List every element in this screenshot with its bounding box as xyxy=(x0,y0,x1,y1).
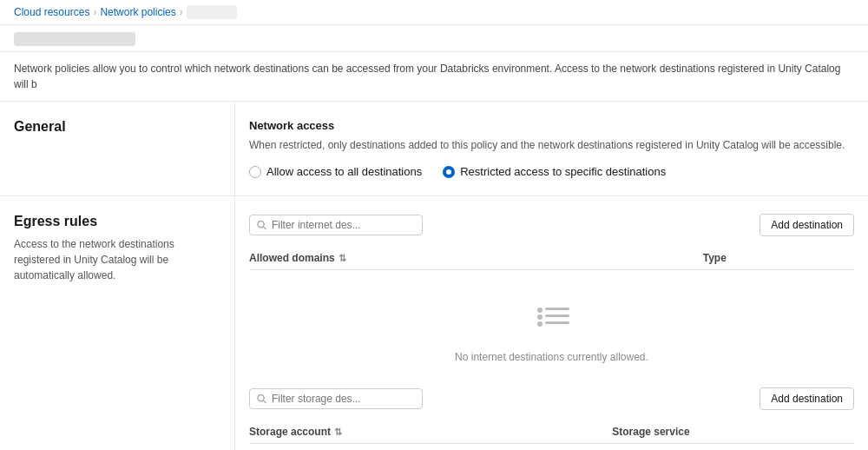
radio-restricted-label: Restricted access to specific destinatio… xyxy=(460,165,666,178)
general-right: Network access When restricted, only des… xyxy=(234,102,868,195)
radio-allow-all[interactable]: Allow access to all destinations xyxy=(249,165,422,178)
network-access-title: Network access xyxy=(249,119,854,132)
radio-all-label: Allow access to all destinations xyxy=(266,165,422,178)
svg-point-6 xyxy=(537,321,542,327)
svg-line-1 xyxy=(263,227,266,229)
egress-right: Add destination Allowed domains ⇅ Type xyxy=(234,196,868,450)
col-type: Type xyxy=(703,252,854,264)
col-storage-service: Storage service xyxy=(612,426,854,438)
add-storage-destination-button[interactable]: Add destination xyxy=(760,387,854,410)
network-access-desc: When restricted, only destinations added… xyxy=(249,137,854,153)
egress-desc: Access to the network destinations regis… xyxy=(14,236,220,283)
egress-left: Egress rules Access to the network desti… xyxy=(0,196,234,450)
storage-sort-icon[interactable]: ⇅ xyxy=(334,427,342,438)
internet-filter-input[interactable] xyxy=(272,219,415,231)
general-section: General Network access When restricted, … xyxy=(0,102,868,195)
storage-filter-wrap[interactable] xyxy=(249,388,423,409)
allowed-domains-label: Allowed domains xyxy=(249,252,335,264)
storage-account-label: Storage account xyxy=(249,426,331,438)
add-internet-destination-button[interactable]: Add destination xyxy=(760,214,854,236)
svg-rect-3 xyxy=(545,308,569,310)
storage-toolbar: Add destination xyxy=(249,387,854,410)
radio-circle-restricted xyxy=(443,166,455,178)
empty-state-internet: No internet destinations currently allow… xyxy=(249,270,854,381)
breadcrumb-middle[interactable]: Network policies xyxy=(100,6,175,18)
policy-name-placeholder xyxy=(14,32,135,46)
general-title: General xyxy=(14,119,220,135)
breadcrumb-sep2: › xyxy=(180,6,183,18)
egress-section: Egress rules Access to the network desti… xyxy=(0,196,868,450)
breadcrumb-current xyxy=(187,5,238,19)
storage-filter-input[interactable] xyxy=(272,393,415,405)
sort-icon[interactable]: ⇅ xyxy=(339,253,346,264)
svg-point-2 xyxy=(537,308,542,313)
svg-point-4 xyxy=(537,314,542,320)
svg-rect-7 xyxy=(545,321,569,324)
col-storage-account: Storage account ⇅ xyxy=(249,426,612,438)
breadcrumb-root[interactable]: Cloud resources xyxy=(14,6,89,18)
svg-rect-5 xyxy=(545,314,569,317)
breadcrumb-sep1: › xyxy=(93,6,96,18)
breadcrumb: Cloud resources › Network policies › xyxy=(0,0,868,25)
empty-text-internet: No internet destinations currently allow… xyxy=(455,351,648,363)
search-icon xyxy=(257,220,266,230)
general-left: General xyxy=(0,102,234,195)
internet-filter-wrap[interactable] xyxy=(249,215,423,235)
svg-line-9 xyxy=(263,400,266,403)
storage-search-icon xyxy=(257,394,266,404)
storage-table-header: Storage account ⇅ Storage service xyxy=(249,420,854,444)
egress-title: Egress rules xyxy=(14,214,220,229)
internet-toolbar: Add destination xyxy=(249,214,854,236)
radio-group: Allow access to all destinations Restric… xyxy=(249,165,854,178)
radio-circle-all xyxy=(249,166,261,178)
policy-name-bar xyxy=(0,25,868,52)
info-banner: Network policies allow you to control wh… xyxy=(0,52,868,102)
radio-restricted[interactable]: Restricted access to specific destinatio… xyxy=(443,165,666,178)
internet-table-header: Allowed domains ⇅ Type xyxy=(249,247,854,270)
empty-icon xyxy=(531,296,573,341)
col-allowed-domains: Allowed domains ⇅ xyxy=(249,252,703,264)
